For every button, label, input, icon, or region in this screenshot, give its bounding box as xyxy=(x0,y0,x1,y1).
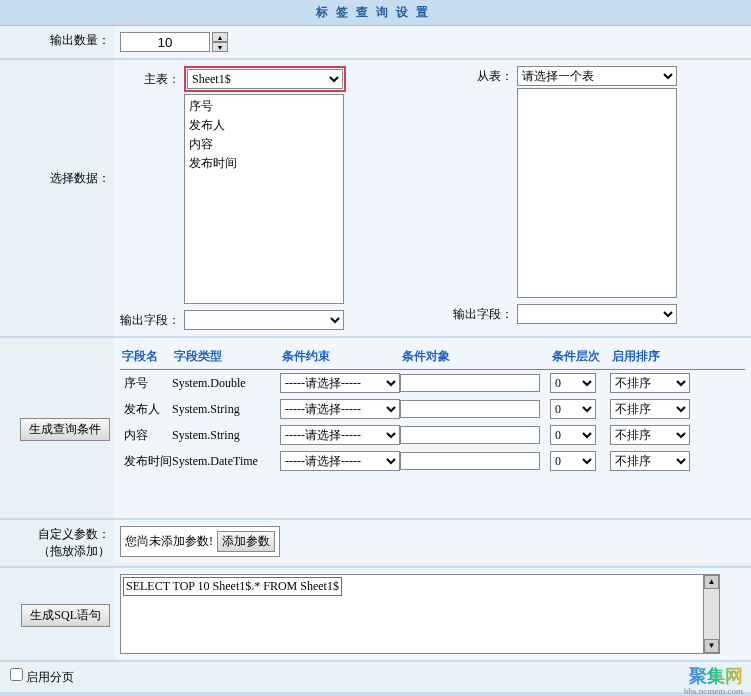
sub-table-select[interactable]: 请选择一个表 xyxy=(517,66,677,86)
level-select[interactable]: 0 xyxy=(550,451,596,471)
main-out-select[interactable] xyxy=(184,310,344,330)
list-item[interactable]: 发布人 xyxy=(187,116,341,135)
scroll-up-icon[interactable]: ▲ xyxy=(704,575,719,589)
dialog-title: 标签查询设置 xyxy=(0,0,751,26)
sub-table-label: 从表： xyxy=(453,68,513,85)
list-item[interactable]: 发布时间 xyxy=(187,154,341,173)
list-item[interactable]: 序号 xyxy=(187,97,341,116)
generate-sql-button[interactable]: 生成SQL语句 xyxy=(21,604,110,627)
field-name: 序号 xyxy=(120,375,172,392)
main-out-label: 输出字段： xyxy=(120,312,180,329)
params-empty-text: 您尚未添加参数! xyxy=(125,533,213,550)
field-type: System.String xyxy=(172,402,280,417)
condition-object-input[interactable] xyxy=(400,400,540,418)
output-count-input[interactable] xyxy=(120,32,210,52)
level-select[interactable]: 0 xyxy=(550,399,596,419)
level-select[interactable]: 0 xyxy=(550,373,596,393)
th-sort: 启用排序 xyxy=(610,344,700,369)
paging-checkbox[interactable] xyxy=(10,668,23,681)
constraint-select[interactable]: -----请选择----- xyxy=(280,399,400,419)
output-count-spinner[interactable]: ▲ ▼ xyxy=(120,32,228,52)
field-name: 内容 xyxy=(120,427,172,444)
main-fields-listbox[interactable]: 序号 发布人 内容 发布时间 xyxy=(184,94,344,304)
level-select[interactable]: 0 xyxy=(550,425,596,445)
scrollbar[interactable]: ▲ ▼ xyxy=(703,575,719,653)
watermark-url: bbs.ncmem.com xyxy=(684,686,743,696)
sub-out-select[interactable] xyxy=(517,304,677,324)
sort-select[interactable]: 不排序 xyxy=(610,399,690,419)
th-constraint: 条件约束 xyxy=(280,344,400,369)
params-sublabel: （拖放添加） xyxy=(4,543,110,560)
spinner-up-icon[interactable]: ▲ xyxy=(212,32,228,42)
condition-row: 内容System.String-----请选择-----0不排序 xyxy=(120,422,745,448)
field-type: System.DateTime xyxy=(172,454,280,469)
field-name: 发布人 xyxy=(120,401,172,418)
th-obj: 条件对象 xyxy=(400,344,550,369)
params-label: 自定义参数： xyxy=(4,526,110,543)
condition-object-input[interactable] xyxy=(400,426,540,444)
watermark-logo: 聚集网 xyxy=(689,664,743,688)
spinner-down-icon[interactable]: ▼ xyxy=(212,42,228,52)
field-type: System.Double xyxy=(172,376,280,391)
scroll-down-icon[interactable]: ▼ xyxy=(704,639,719,653)
th-type: 字段类型 xyxy=(172,344,280,369)
sort-select[interactable]: 不排序 xyxy=(610,425,690,445)
th-level: 条件层次 xyxy=(550,344,610,369)
condition-row: 发布人System.String-----请选择-----0不排序 xyxy=(120,396,745,422)
paging-checkbox-label[interactable]: 启用分页 xyxy=(10,670,74,684)
constraint-select[interactable]: -----请选择----- xyxy=(280,425,400,445)
constraint-select[interactable]: -----请选择----- xyxy=(280,373,400,393)
constraint-select[interactable]: -----请选择----- xyxy=(280,451,400,471)
sub-out-label: 输出字段： xyxy=(453,306,513,323)
sql-textarea[interactable]: SELECT TOP 10 Sheet1$.* FROM Sheet1$ ▲ ▼ xyxy=(120,574,720,654)
list-item[interactable]: 内容 xyxy=(187,135,341,154)
conditions-table: 字段名 字段类型 条件约束 条件对象 条件层次 启用排序 序号System.Do… xyxy=(120,344,745,474)
select-data-label: 选择数据： xyxy=(0,60,114,193)
generate-conditions-button[interactable]: 生成查询条件 xyxy=(20,418,110,441)
field-name: 发布时间 xyxy=(120,453,172,470)
footer-bar: 上一步 下一步 取 消 xyxy=(0,692,751,696)
add-param-button[interactable]: 添加参数 xyxy=(217,531,275,552)
condition-row: 发布时间System.DateTime-----请选择-----0不排序 xyxy=(120,448,745,474)
th-name: 字段名 xyxy=(120,344,172,369)
field-type: System.String xyxy=(172,428,280,443)
output-count-label: 输出数量： xyxy=(0,26,114,55)
condition-object-input[interactable] xyxy=(400,452,540,470)
main-table-label: 主表： xyxy=(120,71,180,88)
condition-row: 序号System.Double-----请选择-----0不排序 xyxy=(120,370,745,396)
sort-select[interactable]: 不排序 xyxy=(610,451,690,471)
sub-fields-listbox[interactable] xyxy=(517,88,677,298)
condition-object-input[interactable] xyxy=(400,374,540,392)
main-table-select[interactable]: Sheet1$ xyxy=(187,69,343,89)
sql-text: SELECT TOP 10 Sheet1$.* FROM Sheet1$ xyxy=(123,577,342,596)
sort-select[interactable]: 不排序 xyxy=(610,373,690,393)
